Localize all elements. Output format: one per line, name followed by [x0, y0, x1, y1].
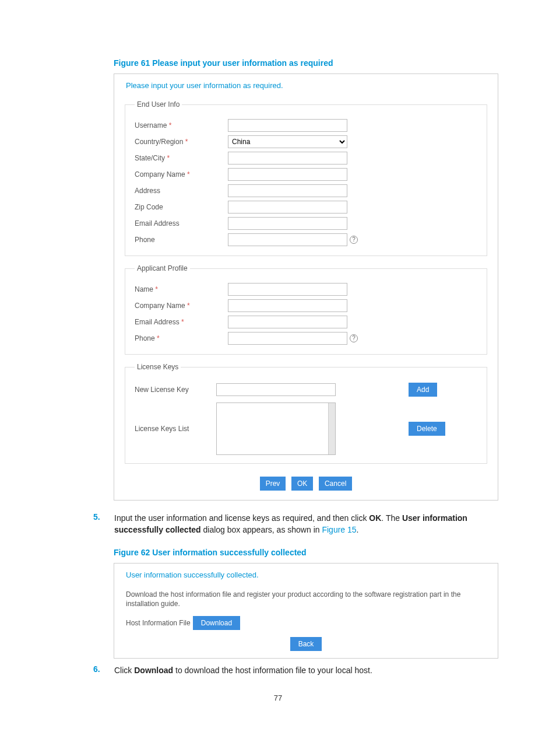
app-phone-help-icon[interactable]: ? — [350, 334, 358, 342]
panel2-title: User information successfully collected. — [114, 564, 498, 585]
app-name-input[interactable] — [228, 283, 347, 296]
phone-input[interactable] — [228, 233, 347, 246]
collected-panel: User information successfully collected.… — [114, 563, 498, 659]
address-input[interactable] — [228, 184, 347, 197]
zip-label: Zip Code — [135, 203, 228, 211]
statecity-label: State/City * — [135, 154, 228, 162]
country-select[interactable]: China — [228, 135, 347, 148]
user-info-panel: Please input your user information as re… — [114, 74, 498, 501]
username-input[interactable] — [228, 119, 347, 132]
phone-label: Phone — [135, 236, 228, 244]
figure-61-caption: Figure 61 Please input your user informa… — [114, 58, 504, 68]
step-6-text: Click Download to download the host info… — [114, 664, 372, 676]
figure-15-link[interactable]: Figure 15 — [322, 525, 356, 534]
license-list-label: License Keys List — [135, 425, 216, 433]
end-user-legend: End User Info — [135, 100, 182, 108]
username-label: Username * — [135, 121, 228, 130]
zip-input[interactable] — [228, 201, 347, 214]
app-company-label: Company Name * — [135, 302, 228, 310]
license-list-box[interactable] — [216, 402, 336, 455]
app-company-input[interactable] — [228, 299, 347, 312]
back-button[interactable]: Back — [290, 637, 322, 651]
add-button[interactable]: Add — [409, 383, 437, 397]
step-6-number: 6. — [93, 664, 114, 676]
ok-button[interactable]: OK — [291, 477, 313, 491]
license-legend: License Keys — [135, 363, 181, 371]
cancel-button[interactable]: Cancel — [319, 477, 352, 491]
app-phone-input[interactable] — [228, 332, 347, 345]
listbox-scrollbar[interactable] — [328, 403, 335, 454]
statecity-input[interactable] — [228, 152, 347, 164]
step-6: 6. Click Download to download the host i… — [93, 664, 504, 676]
company-input[interactable] — [228, 168, 347, 181]
new-license-label: New License Key — [135, 386, 216, 394]
app-phone-label: Phone * — [135, 334, 228, 342]
phone-help-icon[interactable]: ? — [350, 236, 358, 244]
step-5-number: 5. — [93, 512, 114, 536]
applicant-profile-fieldset: Applicant Profile Name * Company Name * … — [125, 264, 487, 355]
delete-button[interactable]: Delete — [409, 422, 445, 436]
applicant-legend: Applicant Profile — [135, 264, 190, 272]
app-email-label: Email Address * — [135, 318, 228, 326]
country-label: Country/Region * — [135, 138, 228, 146]
address-label: Address — [135, 187, 228, 195]
new-license-input[interactable] — [216, 383, 336, 396]
panel-title: Please input your user information as re… — [114, 74, 498, 96]
figure-62-caption: Figure 62 User information successfully … — [114, 548, 504, 557]
app-email-input[interactable] — [228, 316, 347, 328]
host-file-label: Host Information File — [126, 619, 191, 627]
panel-button-bar: Prev OK Cancel — [114, 472, 498, 500]
step-5-text: Input the user information and license k… — [114, 512, 504, 536]
email-label: Email Address — [135, 219, 228, 228]
license-keys-fieldset: License Keys New License Key Add License… — [125, 363, 487, 464]
end-user-info-fieldset: End User Info Username * Country/Region … — [125, 100, 487, 256]
prev-button[interactable]: Prev — [260, 477, 286, 491]
page-number: 77 — [52, 694, 504, 702]
company-label: Company Name * — [135, 170, 228, 178]
app-name-label: Name * — [135, 285, 228, 293]
email-input[interactable] — [228, 217, 347, 230]
step-5: 5. Input the user information and licens… — [93, 512, 504, 536]
download-button[interactable]: Download — [193, 616, 240, 630]
panel2-body-text: Download the host information file and r… — [114, 585, 498, 613]
